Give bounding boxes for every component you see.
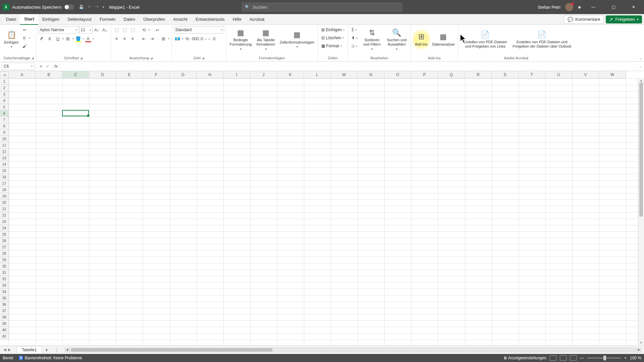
- find-select-button[interactable]: 🔍 Suchen und Auswählen▾: [385, 26, 409, 53]
- autosave-control[interactable]: Automatisches Speichern: [12, 4, 74, 10]
- increase-font-icon[interactable]: A↑: [93, 26, 101, 34]
- row-header[interactable]: 5: [0, 104, 9, 110]
- percent-icon[interactable]: %: [184, 35, 191, 42]
- tab-datei[interactable]: Datei: [2, 14, 20, 25]
- chevron-down-icon[interactable]: ▾: [93, 37, 94, 40]
- zoom-slider-knob[interactable]: [603, 356, 606, 360]
- number-format-input[interactable]: Standard▾: [174, 26, 224, 34]
- row-header[interactable]: 27: [0, 244, 9, 250]
- row-header[interactable]: 41: [0, 333, 9, 340]
- column-header[interactable]: B: [36, 71, 62, 78]
- scroll-down-icon[interactable]: ▼: [640, 341, 643, 345]
- chevron-down-icon[interactable]: ▾: [83, 37, 84, 40]
- insert-cells-button[interactable]: ⊞Einfügen▾: [320, 26, 346, 34]
- comma-style-icon[interactable]: 000: [192, 35, 199, 42]
- row-header[interactable]: 15: [0, 168, 9, 174]
- tab-seitenlayout[interactable]: Seitenlayout: [63, 14, 96, 25]
- chevron-down-icon[interactable]: ▾: [168, 37, 169, 40]
- row-header[interactable]: 2: [0, 85, 9, 91]
- column-header[interactable]: A: [9, 71, 36, 78]
- tab-hilfe[interactable]: Hilfe: [229, 14, 246, 25]
- comments-button[interactable]: 💬 Kommentare: [564, 15, 604, 24]
- row-header[interactable]: 13: [0, 155, 9, 161]
- row-header[interactable]: 21: [0, 206, 9, 212]
- row-header[interactable]: 6: [0, 110, 9, 117]
- increase-decimal-icon[interactable]: .0→: [200, 35, 207, 42]
- formula-input[interactable]: [60, 63, 637, 70]
- decrease-indent-icon[interactable]: ⇤: [141, 35, 148, 42]
- cell-styles-button[interactable]: ▦ Zellenformatvorlagen▾: [279, 26, 316, 53]
- column-header[interactable]: W: [599, 71, 626, 78]
- scroll-left-icon[interactable]: ◀: [65, 348, 70, 352]
- tab-acrobat[interactable]: Acrobat: [246, 14, 269, 25]
- diamond-icon[interactable]: ◈: [578, 5, 581, 9]
- align-top-icon[interactable]: ⬚: [113, 26, 120, 34]
- sheet-prev-icon[interactable]: ◀: [3, 348, 6, 352]
- row-header[interactable]: 3: [0, 91, 9, 98]
- cancel-formula-icon[interactable]: ✕: [38, 64, 44, 69]
- format-cells-button[interactable]: ▦Format▾: [320, 42, 343, 50]
- row-header[interactable]: 16: [0, 174, 9, 180]
- select-all-corner[interactable]: [0, 71, 9, 78]
- underline-button[interactable]: U: [54, 35, 62, 42]
- qat-dropdown-icon[interactable]: ▾: [103, 5, 104, 9]
- accept-formula-icon[interactable]: ✓: [45, 64, 51, 69]
- align-left-icon[interactable]: ≡: [113, 35, 120, 42]
- user-avatar[interactable]: [565, 3, 573, 11]
- row-header[interactable]: 22: [0, 212, 9, 219]
- format-painter-icon[interactable]: 🖌: [21, 42, 28, 50]
- dialog-launcher-icon[interactable]: ◢: [150, 56, 153, 60]
- italic-button[interactable]: K: [46, 35, 54, 42]
- cut-icon[interactable]: ✂: [21, 26, 28, 34]
- row-header[interactable]: 25: [0, 231, 9, 238]
- column-header[interactable]: Q: [438, 71, 465, 78]
- column-header[interactable]: S: [492, 71, 519, 78]
- pdf-share-outlook-button[interactable]: 📄 Erstellen von PDF-Dateien und Freigebe…: [512, 26, 572, 53]
- row-header[interactable]: 34: [0, 289, 9, 295]
- data-analysis-button[interactable]: ▦ Datenanalyse: [431, 26, 456, 53]
- clear-button[interactable]: ◇▾: [350, 42, 359, 50]
- conditional-formatting-button[interactable]: ▦ Bedingte Formatierung▾: [228, 26, 253, 53]
- align-middle-icon[interactable]: ⬚: [121, 26, 128, 34]
- row-header[interactable]: 39: [0, 320, 9, 327]
- column-header[interactable]: O: [384, 71, 411, 78]
- row-header[interactable]: 24: [0, 225, 9, 231]
- autosum-button[interactable]: Σ▾: [350, 26, 359, 34]
- dialog-launcher-icon[interactable]: ◢: [32, 56, 34, 60]
- chevron-down-icon[interactable]: ▾: [182, 37, 183, 40]
- row-header[interactable]: 33: [0, 282, 9, 289]
- fill-button[interactable]: ⬇▾: [350, 34, 359, 42]
- row-header[interactable]: 23: [0, 219, 9, 225]
- page-break-view-button[interactable]: [570, 355, 577, 361]
- row-header[interactable]: 11: [0, 142, 9, 148]
- fill-color-icon[interactable]: 🪣: [74, 35, 82, 42]
- font-name-input[interactable]: Aptos Narrow▾: [38, 26, 78, 34]
- addins-button[interactable]: ⊞ Add-Ins: [413, 26, 430, 53]
- tab-ueberpruefen[interactable]: Überprüfen: [139, 14, 169, 25]
- chevron-down-icon[interactable]: ▾: [72, 37, 74, 40]
- horizontal-scrollbar[interactable]: ◀ ▶: [65, 348, 641, 352]
- column-header[interactable]: E: [116, 71, 143, 78]
- column-header[interactable]: C: [62, 71, 89, 78]
- zoom-level[interactable]: 100 %: [630, 356, 641, 360]
- zoom-out-button[interactable]: —: [580, 356, 584, 360]
- expand-formula-bar-icon[interactable]: ⌄: [637, 64, 644, 68]
- merge-cells-icon[interactable]: ⊞: [160, 35, 167, 42]
- column-header[interactable]: N: [358, 71, 384, 78]
- collapse-ribbon-icon[interactable]: ⌄: [639, 56, 642, 60]
- tab-daten[interactable]: Daten: [120, 14, 140, 25]
- horizontal-scrollbar-thumb[interactable]: [71, 348, 272, 352]
- scroll-right-icon[interactable]: ▶: [636, 348, 641, 352]
- zoom-slider[interactable]: [587, 357, 621, 359]
- sheet-tab-menu-icon[interactable]: ⋮: [51, 348, 62, 352]
- copy-icon[interactable]: ⎘: [21, 34, 28, 42]
- page-layout-view-button[interactable]: [560, 355, 567, 361]
- row-header[interactable]: 35: [0, 295, 9, 301]
- increase-indent-icon[interactable]: ⇥: [149, 35, 156, 42]
- column-header[interactable]: I: [223, 71, 250, 78]
- scroll-up-icon[interactable]: ▲: [640, 79, 643, 82]
- row-header[interactable]: 36: [0, 301, 9, 308]
- wrap-text-icon[interactable]: ↩: [154, 26, 161, 34]
- row-header[interactable]: 12: [0, 148, 9, 155]
- dialog-launcher-icon[interactable]: ◢: [80, 56, 83, 60]
